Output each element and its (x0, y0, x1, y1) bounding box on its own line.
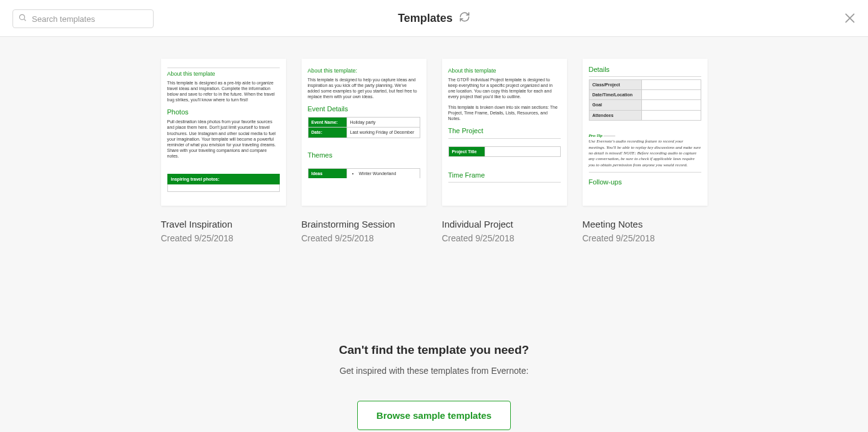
preview-heading: Photos (167, 108, 280, 116)
preview-text: The GTD® Individual Project template is … (448, 77, 561, 99)
preview-cell: Holiday party (347, 118, 420, 128)
refresh-icon (459, 11, 470, 25)
preview-heading: About this template: (308, 68, 420, 75)
search-field-container[interactable] (12, 9, 154, 28)
preview-cell: Class/Project (589, 80, 641, 90)
template-created-date: Created 9/25/2018 (161, 233, 286, 243)
preview-text: Pull destination idea photos from your f… (167, 119, 280, 159)
footer-subtext: Get inspired with these templates from E… (339, 366, 529, 376)
page-title: Templates (398, 12, 453, 25)
preview-heading: Event Details (308, 104, 420, 113)
templates-row: About this template This template is des… (161, 59, 708, 243)
template-title: Meeting Notes (583, 219, 708, 229)
preview-heading: The Project (448, 126, 561, 135)
preview-heading: Details (589, 65, 701, 74)
template-card-brainstorming-session[interactable]: About this template: This template is de… (302, 59, 427, 206)
preview-text: This template is designed as a pre-trip … (167, 80, 280, 103)
preview-bullet: Winter Wonderland (359, 171, 417, 176)
template-card-meeting-notes[interactable]: Details Class/Project Date/Time/Location… (583, 59, 708, 206)
preview-protip-text: Use Evernote's audio recording feature t… (589, 139, 701, 168)
content-area: About this template This template is des… (0, 37, 868, 430)
preview-protip-label: Pro-Tip (589, 133, 603, 138)
footer-heading: Can't find the template you need? (339, 343, 529, 357)
preview-heading: Follow-ups (589, 178, 701, 186)
preview-cell: Goal (589, 100, 641, 110)
template-card-travel-inspiration[interactable]: About this template This template is des… (161, 59, 286, 206)
template-created-date: Created 9/25/2018 (442, 233, 567, 243)
template-created-date: Created 9/25/2018 (302, 233, 427, 243)
footer-block: Can't find the template you need? Get in… (339, 343, 529, 430)
preview-heading: Time Frame (448, 171, 561, 179)
header-bar: Templates (0, 0, 868, 37)
template-title: Individual Project (442, 219, 567, 229)
browse-sample-templates-button[interactable]: Browse sample templates (357, 401, 511, 430)
preview-cell: Project Title (448, 146, 485, 156)
preview-bar: Inspiring travel photos: (167, 174, 280, 184)
preview-text: This template is broken down into six ma… (448, 104, 561, 121)
preview-cell (485, 146, 560, 156)
template-card-individual-project[interactable]: About this template The GTD® Individual … (442, 59, 567, 206)
preview-heading: About this template (167, 71, 280, 78)
preview-cell: Date: (308, 128, 347, 138)
template-created-date: Created 9/25/2018 (583, 233, 708, 243)
preview-cell: Date/Time/Location (589, 90, 641, 100)
close-icon (843, 16, 857, 27)
close-button[interactable] (843, 11, 857, 25)
refresh-button[interactable] (459, 11, 470, 25)
search-input[interactable] (32, 14, 144, 24)
template-title: Brainstorming Session (302, 219, 427, 229)
preview-cell: Attendees (589, 110, 641, 120)
svg-line-1 (24, 19, 26, 21)
preview-heading: Themes (308, 151, 420, 159)
preview-cell: Ideas (308, 168, 347, 178)
preview-cell: Event Name: (308, 118, 347, 128)
preview-text: This template is designed to help you ca… (308, 77, 420, 99)
preview-heading: About this template (448, 68, 561, 75)
template-title: Travel Inspiration (161, 219, 286, 229)
preview-cell: Last working Friday of December (347, 128, 420, 138)
svg-point-0 (19, 14, 24, 19)
search-icon (18, 13, 27, 24)
